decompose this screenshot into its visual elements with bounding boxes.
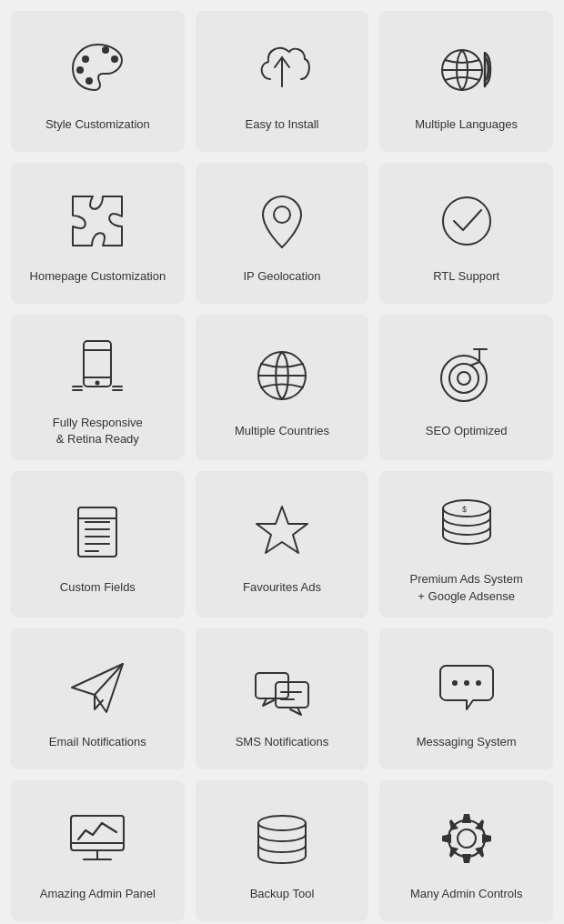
card-label-backup-tool: Backup Tool <box>250 886 315 902</box>
card-label-homepage-customization: Homepage Customization <box>30 268 166 285</box>
card-label-premium-ads: Premium Ads System + Google Adsense <box>410 571 523 604</box>
card-sms-notifications: SMS Notifications <box>196 628 369 769</box>
card-label-messaging-system: Messaging System <box>417 734 517 750</box>
check-circle-icon <box>430 185 503 257</box>
card-label-custom-fields: Custom Fields <box>60 579 136 596</box>
svg-rect-45 <box>71 816 124 850</box>
card-many-admin-controls: Many Admin Controls <box>379 780 553 921</box>
feature-grid: Style Customization Easy to Install Mult… <box>0 0 564 924</box>
card-label-favourites-ads: Favourites Ads <box>243 579 321 596</box>
svg-point-21 <box>449 364 478 393</box>
card-email-notifications: Email Notifications <box>11 628 185 769</box>
svg-line-25 <box>470 362 479 366</box>
card-multiple-languages: Multiple Languages <box>379 11 553 152</box>
svg-point-8 <box>274 206 290 223</box>
mobile-icon <box>61 331 134 404</box>
svg-point-51 <box>458 829 476 848</box>
card-homepage-customization: Homepage Customization <box>11 163 185 304</box>
card-label-multiple-languages: Multiple Languages <box>415 116 518 133</box>
svg-line-37 <box>95 664 123 695</box>
location-pin-icon <box>246 185 318 257</box>
card-label-rtl-support: RTL Support <box>433 268 499 285</box>
svg-point-44 <box>476 680 481 686</box>
cloud-upload-icon <box>246 33 318 105</box>
svg-point-50 <box>258 816 306 830</box>
card-ip-geolocation: IP Geolocation <box>196 163 369 304</box>
card-label-amazing-admin-panel: Amazing Admin Panel <box>40 886 156 902</box>
card-multiple-countries: Multiple Countries <box>196 315 369 460</box>
target-icon <box>430 339 503 412</box>
card-label-many-admin-controls: Many Admin Controls <box>410 886 523 902</box>
card-label-multiple-countries: Multiple Countries <box>235 423 329 439</box>
globe-speaker-icon <box>430 33 503 105</box>
svg-text:$: $ <box>462 505 467 514</box>
card-label-seo-optimized: SEO Optimized <box>426 423 508 439</box>
svg-point-42 <box>452 680 458 686</box>
svg-rect-26 <box>78 507 116 557</box>
card-label-email-notifications: Email Notifications <box>49 734 146 750</box>
star-icon <box>246 496 318 568</box>
svg-point-9 <box>443 197 490 245</box>
svg-rect-39 <box>276 682 308 708</box>
svg-point-0 <box>82 55 89 63</box>
svg-point-13 <box>96 381 100 386</box>
card-label-easy-to-install: Easy to Install <box>246 116 319 133</box>
gear-icon <box>430 802 503 875</box>
card-easy-to-install: Easy to Install <box>196 11 369 152</box>
card-messaging-system: Messaging System <box>379 628 553 769</box>
puzzle-icon <box>61 185 134 257</box>
svg-point-43 <box>464 680 469 686</box>
svg-point-22 <box>458 372 470 385</box>
card-label-style-customization: Style Customization <box>45 116 150 133</box>
svg-rect-10 <box>84 341 111 387</box>
card-rtl-support: RTL Support <box>379 163 553 304</box>
paper-plane-icon <box>61 650 134 723</box>
card-custom-fields: Custom Fields <box>11 471 185 617</box>
card-fully-responsive: Fully Responsive & Retina Ready <box>11 315 185 460</box>
card-label-fully-responsive: Fully Responsive & Retina Ready <box>53 415 143 447</box>
monitor-chart-icon <box>61 802 134 875</box>
money-stack-icon: $ <box>430 487 503 560</box>
svg-marker-34 <box>257 507 307 553</box>
card-backup-tool: Backup Tool <box>196 780 369 921</box>
svg-point-1 <box>76 66 84 74</box>
globe-icon <box>246 339 318 412</box>
sms-icon <box>246 650 318 723</box>
svg-point-2 <box>86 77 93 85</box>
card-label-ip-geolocation: IP Geolocation <box>243 268 320 285</box>
card-label-sms-notifications: SMS Notifications <box>236 734 329 750</box>
svg-rect-38 <box>256 673 288 698</box>
document-icon <box>61 496 134 568</box>
palette-icon <box>61 33 134 105</box>
card-favourites-ads: Favourites Ads <box>196 471 369 617</box>
svg-point-52 <box>448 820 485 857</box>
card-seo-optimized: SEO Optimized <box>379 315 553 460</box>
card-premium-ads: $ Premium Ads System + Google Adsense <box>379 471 553 617</box>
stack-icon <box>246 802 318 875</box>
svg-point-3 <box>102 46 109 54</box>
svg-point-4 <box>111 55 118 63</box>
card-style-customization: Style Customization <box>11 11 185 152</box>
card-amazing-admin-panel: Amazing Admin Panel <box>11 780 185 921</box>
chat-icon <box>430 650 503 723</box>
